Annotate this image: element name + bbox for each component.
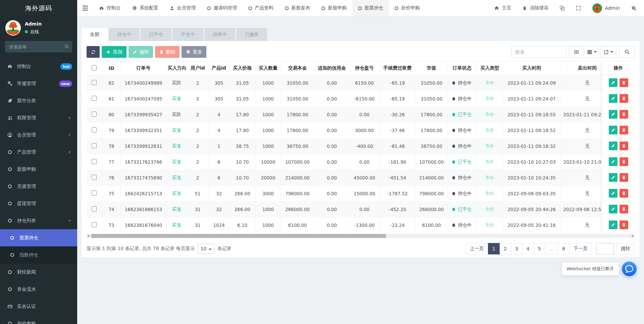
topnav-item-邀请码管理[interactable]: 邀请码管理 bbox=[201, 0, 243, 16]
scroll-right-icon[interactable] bbox=[632, 235, 634, 237]
tab-挂单中[interactable]: 挂单中 bbox=[204, 28, 235, 41]
column-header-交易本金[interactable]: 交易本金 bbox=[281, 62, 314, 75]
columns-button[interactable] bbox=[584, 46, 600, 58]
row-checkbox[interactable] bbox=[92, 127, 97, 132]
select-all-checkbox[interactable] bbox=[92, 65, 97, 70]
topnav-item-折价申购[interactable]: 折价申购 bbox=[389, 0, 426, 16]
column-header-市值[interactable]: 市值 bbox=[416, 62, 447, 75]
row-edit-button[interactable] bbox=[609, 110, 617, 119]
topnav-item-产品资料[interactable]: 产品资料 bbox=[243, 0, 279, 16]
row-checkbox[interactable] bbox=[92, 96, 97, 101]
page-button-上一页[interactable]: 上一页 bbox=[465, 243, 488, 254]
refresh-button[interactable] bbox=[87, 46, 100, 58]
horizontal-scrollbar[interactable] bbox=[87, 234, 635, 238]
row-edit-button[interactable] bbox=[609, 173, 617, 182]
column-header-订单号[interactable]: 订单号 bbox=[120, 62, 166, 75]
row-checkbox[interactable] bbox=[92, 206, 97, 211]
sidebar-item-折价申购[interactable]: 折价申购 bbox=[0, 315, 77, 324]
sidebar-item-权限管理[interactable]: 权限管理 bbox=[0, 109, 77, 126]
topnav-user[interactable]: Admin bbox=[587, 0, 626, 16]
page-button-3[interactable]: 3 bbox=[511, 243, 523, 254]
tab-平仓中[interactable]: 平仓中 bbox=[172, 28, 203, 41]
tab-已平仓[interactable]: 已平仓 bbox=[141, 28, 171, 41]
jump-page-input[interactable] bbox=[596, 243, 614, 254]
row-delete-button[interactable] bbox=[620, 173, 628, 182]
table-search-input[interactable] bbox=[511, 46, 566, 58]
tab-全部[interactable]: 全部 bbox=[82, 28, 108, 41]
column-header-订单状态[interactable]: 订单状态 bbox=[447, 62, 477, 75]
search-icon[interactable] bbox=[64, 44, 69, 49]
row-edit-button[interactable] bbox=[609, 157, 617, 166]
page-size-select[interactable]: 10 bbox=[198, 244, 215, 254]
tab-已撤单[interactable]: 已撤单 bbox=[236, 28, 267, 41]
row-edit-button[interactable] bbox=[609, 220, 617, 229]
settings-button[interactable] bbox=[626, 0, 642, 16]
row-checkbox[interactable] bbox=[92, 175, 97, 180]
row-delete-button[interactable] bbox=[620, 141, 628, 150]
topnav-item-系统配置[interactable]: 系统配置 bbox=[127, 0, 164, 16]
page-button-1[interactable]: 1 bbox=[488, 243, 500, 254]
topnav-item-新股申购[interactable]: 新股申购 bbox=[316, 0, 352, 16]
row-edit-button[interactable] bbox=[609, 94, 617, 103]
row-edit-button[interactable] bbox=[609, 189, 617, 198]
fullscreen-button[interactable] bbox=[571, 0, 587, 16]
export-button[interactable] bbox=[600, 46, 617, 58]
more-button[interactable]: 更多 bbox=[182, 46, 206, 58]
column-header-买入价格[interactable]: 买入价格 bbox=[229, 62, 255, 75]
add-button[interactable]: + 添加 bbox=[102, 46, 127, 58]
sidebar-item-股票持仓[interactable]: 股票持仓 bbox=[0, 229, 77, 246]
page-button-2[interactable]: 2 bbox=[499, 243, 511, 254]
clear-cache-button[interactable]: 清除缓存 bbox=[517, 0, 554, 16]
sidebar-item-新股申购[interactable]: 新股申购 bbox=[0, 161, 77, 178]
row-checkbox[interactable] bbox=[92, 80, 97, 85]
row-checkbox[interactable] bbox=[92, 159, 97, 164]
sidebar-item-实名认证[interactable]: 实名认证 bbox=[0, 298, 77, 315]
row-checkbox[interactable] bbox=[92, 112, 97, 117]
tab-持仓中[interactable]: 持仓中 bbox=[109, 28, 140, 41]
column-header-持仓盈亏[interactable]: 持仓盈亏 bbox=[350, 62, 379, 75]
row-delete-button[interactable] bbox=[620, 205, 628, 213]
page-button-8[interactable]: 8 bbox=[558, 243, 569, 254]
delete-button[interactable]: 删除 bbox=[155, 46, 180, 58]
sidebar-search-input[interactable] bbox=[5, 41, 72, 52]
topnav-item-股票持仓[interactable]: 股票持仓 bbox=[352, 0, 389, 16]
sidebar-item-会员管理[interactable]: 会员管理 bbox=[0, 126, 77, 144]
column-header-买入数量[interactable]: 买入数量 bbox=[255, 62, 281, 75]
sidebar-item-财经新闻[interactable]: 财经新闻 bbox=[0, 264, 77, 281]
column-header-手续费过夜费[interactable]: 手续费过夜费 bbox=[379, 62, 416, 75]
column-header-产品id[interactable]: 产品id bbox=[209, 62, 229, 75]
edit-button[interactable]: 编辑 bbox=[129, 46, 153, 58]
page-button-4[interactable]: 4 bbox=[522, 243, 534, 254]
row-edit-button[interactable] bbox=[609, 126, 617, 134]
topnav-item-控制台[interactable]: 控制台 bbox=[93, 0, 127, 16]
page-button-下一页[interactable]: 下一页 bbox=[569, 243, 592, 254]
sidebar-item-控制台[interactable]: 控制台hot bbox=[0, 58, 77, 75]
column-header-买入类型[interactable]: 买入类型 bbox=[477, 62, 503, 75]
column-header-用户id[interactable]: 用户id bbox=[187, 62, 208, 75]
row-delete-button[interactable] bbox=[620, 157, 628, 166]
row-delete-button[interactable] bbox=[620, 94, 628, 103]
sidebar-item-股市分类[interactable]: 股市分类 bbox=[0, 92, 77, 109]
translate-button[interactable] bbox=[554, 0, 571, 16]
sidebar-item-提现管理[interactable]: 提现管理 bbox=[0, 195, 77, 212]
row-edit-button[interactable] bbox=[609, 205, 617, 213]
row-delete-button[interactable] bbox=[620, 220, 628, 229]
topnav-item-会员管理[interactable]: 会员管理 bbox=[164, 0, 201, 16]
topnav-item-新股发布[interactable]: 新股发布 bbox=[279, 0, 316, 16]
row-checkbox[interactable] bbox=[92, 143, 97, 148]
row-delete-button[interactable] bbox=[620, 189, 628, 198]
scrollbar-thumb[interactable] bbox=[91, 234, 386, 238]
jump-button[interactable]: 跳转 bbox=[616, 243, 635, 254]
detail-view-button[interactable] bbox=[569, 46, 584, 58]
sidebar-item-持仓列表[interactable]: 持仓列表 bbox=[0, 212, 77, 229]
page-button-5[interactable]: 5 bbox=[534, 243, 545, 254]
home-button[interactable]: 主页 bbox=[489, 0, 517, 16]
sidebar-item-资金流水[interactable]: 资金流水 bbox=[0, 281, 77, 298]
chat-bubble-icon[interactable] bbox=[622, 261, 637, 277]
row-delete-button[interactable] bbox=[620, 78, 628, 87]
sidebar-item-产品管理[interactable]: 产品管理 bbox=[0, 144, 77, 161]
sidebar-item-充值管理[interactable]: 充值管理 bbox=[0, 178, 77, 195]
column-header-追加的信用金[interactable]: 追加的信用金 bbox=[314, 62, 350, 75]
table-search-button[interactable] bbox=[620, 46, 635, 58]
row-checkbox[interactable] bbox=[92, 222, 97, 227]
